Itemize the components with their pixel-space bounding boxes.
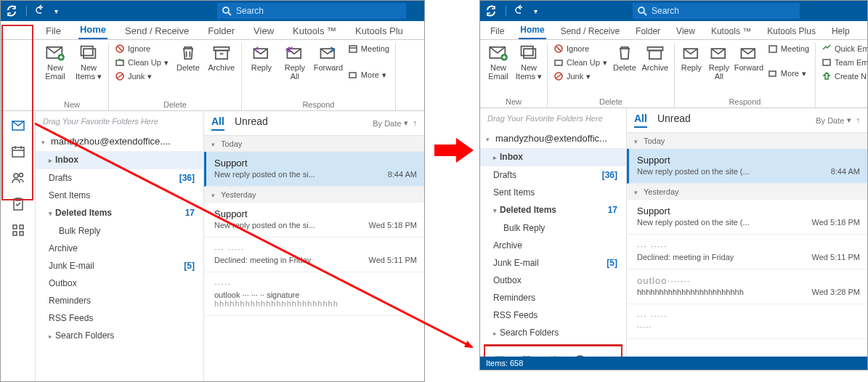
reply-all-button[interactable]: Reply All xyxy=(280,43,310,81)
folder-outbox[interactable]: Outbox xyxy=(36,275,203,292)
search-box[interactable]: Search xyxy=(633,3,800,19)
mail-item[interactable]: ··· ····· ····· xyxy=(627,304,867,339)
folder-outbox[interactable]: Outbox xyxy=(480,272,626,289)
date-sep-yesterday[interactable]: Yesterday xyxy=(627,184,867,200)
new-email-button[interactable]: New Email xyxy=(40,43,70,81)
mail-item[interactable]: Support New reply posted on the site (..… xyxy=(627,149,867,184)
archive-button[interactable]: Archive xyxy=(641,43,670,72)
mail-item[interactable]: ··· ····· Declined: meeting in FridayWed… xyxy=(204,237,424,272)
folder-bulk-reply[interactable]: Bulk Reply xyxy=(36,222,203,240)
tab-file[interactable]: File xyxy=(489,23,506,39)
new-items-button[interactable]: New Items ▾ xyxy=(73,43,104,81)
filter-unread[interactable]: Unread xyxy=(657,113,691,128)
folder-search-folders[interactable]: Search Folders xyxy=(480,324,626,342)
folder-bulk-reply[interactable]: Bulk Reply xyxy=(480,219,626,237)
account-header[interactable]: mandyzhou@extendoffic... xyxy=(480,129,626,148)
new-items-button[interactable]: New Items ▾ xyxy=(515,43,543,81)
folder-inbox[interactable]: Inbox xyxy=(480,148,626,166)
folder-rss[interactable]: RSS Feeds xyxy=(36,309,203,327)
forward-button[interactable]: Forward xyxy=(313,43,344,72)
people-icon[interactable] xyxy=(11,171,25,185)
filter-all[interactable]: All xyxy=(634,113,647,128)
tab-help[interactable]: Help xyxy=(830,23,851,39)
folder-search-folders[interactable]: Search Folders xyxy=(36,327,203,345)
folder-reminders[interactable]: Reminders xyxy=(36,292,203,309)
mail-item[interactable]: ····· outlook ··· ··· ·· signature hhhhh… xyxy=(204,272,424,316)
mail-item[interactable]: Support New reply posted on the si...Wed… xyxy=(204,203,424,237)
mail-icon[interactable] xyxy=(11,118,25,133)
tasks-icon[interactable] xyxy=(11,197,25,211)
sort-menu[interactable]: By Date ▾ ↑ xyxy=(373,118,417,128)
reply-button[interactable]: Reply xyxy=(246,43,277,72)
calendar-icon[interactable] xyxy=(11,145,25,159)
ignore-button[interactable]: Ignore xyxy=(113,43,170,54)
more-respond-button[interactable]: More ▾ xyxy=(766,68,811,79)
tab-kutools[interactable]: Kutools ™ xyxy=(710,23,753,39)
junk-button[interactable]: Junk ▾ xyxy=(113,70,170,82)
filter-unread[interactable]: Unread xyxy=(235,115,268,131)
mail-item[interactable]: Support New reply posted on the si...8:4… xyxy=(204,152,424,187)
meeting-button[interactable]: Meeting xyxy=(766,43,811,54)
junk-button[interactable]: Junk ▾ xyxy=(552,70,609,82)
mail-item[interactable]: outloo······· hhhhhhhhhhhhhhhhhhhhhhhhWe… xyxy=(627,269,867,304)
quick-step-3[interactable]: Create N xyxy=(820,70,868,82)
folder-deleted[interactable]: Deleted Items17 xyxy=(480,201,626,219)
tab-home[interactable]: Home xyxy=(519,22,545,39)
search-box[interactable]: Search xyxy=(217,3,406,19)
mail-item[interactable]: ··· ····· Declined: meeting in FridayWed… xyxy=(627,235,867,269)
folder-inbox[interactable]: Inbox xyxy=(36,151,203,169)
date-sep-today[interactable]: Today xyxy=(627,133,867,149)
tab-file[interactable]: File xyxy=(44,23,62,39)
tab-view[interactable]: View xyxy=(252,23,275,39)
folder-deleted[interactable]: Deleted Items17 xyxy=(36,204,203,222)
cleanup-button[interactable]: Clean Up ▾ xyxy=(552,57,609,68)
folder-sent[interactable]: Sent Items xyxy=(36,187,203,204)
date-sep-today[interactable]: Today xyxy=(204,136,424,152)
archive-button[interactable]: Archive xyxy=(206,43,237,72)
reply-all-button[interactable]: Reply All xyxy=(707,43,731,81)
tab-folder[interactable]: Folder xyxy=(206,23,236,39)
quick-step-1[interactable]: Quick Em xyxy=(820,43,868,54)
more-apps-icon[interactable] xyxy=(11,223,25,237)
tab-kutools-plus[interactable]: Kutools Plus xyxy=(766,23,817,39)
qat-customize-icon[interactable]: ▾ xyxy=(534,7,538,15)
tab-kutools[interactable]: Kutools ™ xyxy=(291,23,338,39)
sort-menu[interactable]: By Date ▾ ↑ xyxy=(816,115,860,125)
folder-archive[interactable]: Archive xyxy=(36,240,203,257)
cleanup-button[interactable]: Clean Up ▾ xyxy=(113,57,170,68)
folder-junk[interactable]: Junk E-mail[5] xyxy=(36,257,203,275)
tab-view[interactable]: View xyxy=(675,23,697,39)
quick-step-2[interactable]: Team Em xyxy=(820,57,868,68)
meeting-button[interactable]: Meeting xyxy=(346,43,391,54)
more-respond-button[interactable]: More ▾ xyxy=(346,69,391,81)
account-header[interactable]: mandyzhou@extendoffice.... xyxy=(36,131,203,151)
forward-button[interactable]: Forward xyxy=(734,43,763,72)
folder-junk[interactable]: Junk E-mail[5] xyxy=(480,254,626,272)
tab-kutools-plus[interactable]: Kutools Plu xyxy=(354,23,405,39)
tab-folder[interactable]: Folder xyxy=(634,23,662,39)
tab-home[interactable]: Home xyxy=(78,21,108,39)
folder-drafts[interactable]: Drafts[36] xyxy=(36,169,203,187)
undo-icon[interactable] xyxy=(515,4,528,17)
tab-send-receive[interactable]: Send / Receive xyxy=(559,23,621,39)
tab-send-receive[interactable]: Send / Receive xyxy=(123,23,190,39)
reply-button[interactable]: Reply xyxy=(679,43,704,72)
ignore-button[interactable]: Ignore xyxy=(552,43,609,54)
date-sep-yesterday[interactable]: Yesterday xyxy=(204,187,424,203)
new-email-button[interactable]: New Email xyxy=(484,43,512,81)
folder-pane: Drag Your Favorite Folders Here mandyzho… xyxy=(480,108,627,357)
transition-arrow-icon xyxy=(434,138,474,163)
undo-icon[interactable] xyxy=(36,4,49,17)
sendreceive-icon[interactable] xyxy=(484,4,498,17)
folder-archive[interactable]: Archive xyxy=(480,237,626,254)
mail-item[interactable]: Support New reply posted on the site (..… xyxy=(627,200,867,235)
delete-button[interactable]: Delete xyxy=(173,43,203,72)
sendreceive-icon[interactable] xyxy=(5,4,18,17)
folder-rss[interactable]: RSS Feeds xyxy=(480,306,626,324)
folder-reminders[interactable]: Reminders xyxy=(480,289,626,306)
filter-all[interactable]: All xyxy=(211,115,224,131)
folder-drafts[interactable]: Drafts[36] xyxy=(480,166,626,184)
folder-sent[interactable]: Sent Items xyxy=(480,184,626,201)
delete-button[interactable]: Delete xyxy=(612,43,638,72)
qat-customize-icon[interactable]: ▾ xyxy=(54,7,58,15)
